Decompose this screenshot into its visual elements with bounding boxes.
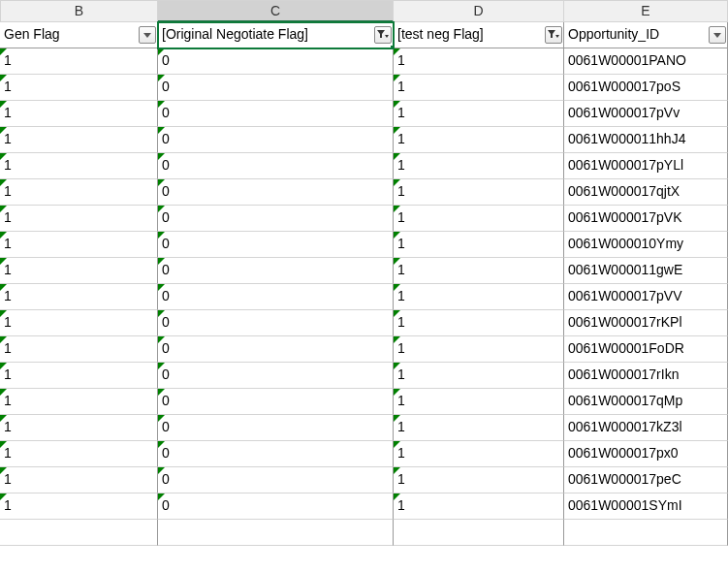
- cell[interactable]: 0061W000017pVV: [564, 284, 728, 310]
- fill-handle[interactable]: [390, 45, 394, 48]
- cell[interactable]: 0: [158, 310, 394, 336]
- cell[interactable]: 1: [394, 467, 564, 493]
- cell[interactable]: 0: [158, 179, 394, 206]
- cell-value: 1: [397, 314, 405, 330]
- cell[interactable]: 1: [0, 101, 158, 127]
- cell[interactable]: 1: [0, 363, 158, 389]
- cell-value: 1: [4, 262, 12, 277]
- cell[interactable]: 0: [158, 441, 394, 467]
- filter-dropdown-icon[interactable]: [139, 26, 156, 44]
- cell[interactable]: 0: [158, 336, 394, 363]
- column-header-c[interactable]: C: [158, 0, 394, 22]
- cell[interactable]: 1: [0, 336, 158, 363]
- cell[interactable]: 0061W000017pVK: [564, 206, 728, 232]
- cell[interactable]: 1: [0, 310, 158, 336]
- cell[interactable]: 1: [394, 179, 564, 206]
- cell[interactable]: 0061W000017qjtX: [564, 179, 728, 206]
- cell[interactable]: 0061W000017px0: [564, 441, 728, 467]
- field-header[interactable]: Gen Flag: [0, 22, 158, 48]
- cell-value: 0061W00001PANO: [568, 52, 686, 68]
- cell[interactable]: 1: [394, 389, 564, 415]
- cell-value: 0: [162, 288, 170, 303]
- cell[interactable]: 1: [394, 441, 564, 467]
- cell-value: 1: [4, 131, 12, 146]
- cell[interactable]: [564, 520, 728, 546]
- cell[interactable]: 0061W000017rKPl: [564, 310, 728, 336]
- cell[interactable]: 0: [158, 206, 394, 232]
- cell[interactable]: 0061W00001FoDR: [564, 336, 728, 363]
- cell[interactable]: 1: [0, 179, 158, 206]
- cell[interactable]: 0061W000017pVv: [564, 101, 728, 127]
- cell[interactable]: [0, 520, 158, 546]
- cell-value: 1: [397, 393, 405, 408]
- cell[interactable]: 0061W00001SYmI: [564, 493, 728, 520]
- cell[interactable]: 0: [158, 415, 394, 441]
- cell[interactable]: 1: [0, 415, 158, 441]
- cell[interactable]: 1: [394, 48, 564, 75]
- cell[interactable]: 1: [0, 75, 158, 101]
- filter-dropdown-icon[interactable]: [709, 26, 726, 44]
- cell[interactable]: [158, 520, 394, 546]
- cell[interactable]: 0: [158, 153, 394, 179]
- cell[interactable]: 1: [0, 389, 158, 415]
- cell[interactable]: 0: [158, 48, 394, 75]
- cell[interactable]: 1: [0, 258, 158, 284]
- cell[interactable]: 0: [158, 467, 394, 493]
- cell[interactable]: 1: [394, 153, 564, 179]
- cell[interactable]: 1: [394, 206, 564, 232]
- cell[interactable]: 1: [394, 101, 564, 127]
- cell[interactable]: 0: [158, 127, 394, 153]
- cell[interactable]: 0: [158, 284, 394, 310]
- cell[interactable]: 1: [394, 284, 564, 310]
- cell[interactable]: 1: [0, 48, 158, 75]
- cell[interactable]: 0: [158, 101, 394, 127]
- cell-value: 0: [162, 79, 170, 94]
- cell[interactable]: 1: [394, 336, 564, 363]
- cell[interactable]: 1: [0, 284, 158, 310]
- cell[interactable]: 0: [158, 258, 394, 284]
- cell[interactable]: 0061W000017poS: [564, 75, 728, 101]
- cell[interactable]: 0061W000017kZ3l: [564, 415, 728, 441]
- cell[interactable]: 1: [394, 258, 564, 284]
- column-header-b[interactable]: B: [0, 0, 158, 22]
- cell[interactable]: 0061W000011hhJ4: [564, 127, 728, 153]
- cell[interactable]: 0: [158, 389, 394, 415]
- cell[interactable]: 0061W000017qMp: [564, 389, 728, 415]
- field-header[interactable]: Opportunity_ID: [564, 22, 728, 48]
- cell[interactable]: 0: [158, 363, 394, 389]
- cell[interactable]: 1: [0, 493, 158, 520]
- cell[interactable]: 1: [0, 467, 158, 493]
- field-header[interactable]: [Original Negotiate Flag]: [158, 22, 394, 48]
- cell[interactable]: 0: [158, 232, 394, 258]
- cell[interactable]: 0061W000010Ymy: [564, 232, 728, 258]
- cell[interactable]: 1: [0, 206, 158, 232]
- cell[interactable]: 0061W000017pYLl: [564, 153, 728, 179]
- field-header[interactable]: [test neg Flag]: [394, 22, 564, 48]
- cell[interactable]: 0: [158, 493, 394, 520]
- cell-value: 1: [397, 340, 405, 356]
- cell-value: 1: [397, 157, 405, 173]
- cell[interactable]: 0061W000017rIkn: [564, 363, 728, 389]
- cell[interactable]: 0061W00001PANO: [564, 48, 728, 75]
- filter-active-icon[interactable]: [545, 26, 562, 44]
- cell[interactable]: 1: [0, 441, 158, 467]
- cell[interactable]: 0061W000017peC: [564, 467, 728, 493]
- cell[interactable]: 1: [0, 153, 158, 179]
- cell[interactable]: 0061W000011gwE: [564, 258, 728, 284]
- cell[interactable]: 1: [394, 493, 564, 520]
- cell-value: 1: [4, 393, 12, 408]
- cell[interactable]: 0: [158, 75, 394, 101]
- cell[interactable]: 1: [394, 232, 564, 258]
- cell[interactable]: 1: [394, 363, 564, 389]
- cell[interactable]: 1: [0, 127, 158, 153]
- cell[interactable]: 1: [394, 75, 564, 101]
- column-header-e[interactable]: E: [564, 0, 728, 22]
- cell[interactable]: [394, 520, 564, 546]
- cell[interactable]: 1: [0, 232, 158, 258]
- cell[interactable]: 1: [394, 310, 564, 336]
- column-header-d[interactable]: D: [394, 0, 564, 22]
- cell-value: 0061W00001SYmI: [568, 497, 682, 513]
- cell[interactable]: 1: [394, 127, 564, 153]
- filter-active-icon[interactable]: [374, 26, 392, 44]
- cell[interactable]: 1: [394, 415, 564, 441]
